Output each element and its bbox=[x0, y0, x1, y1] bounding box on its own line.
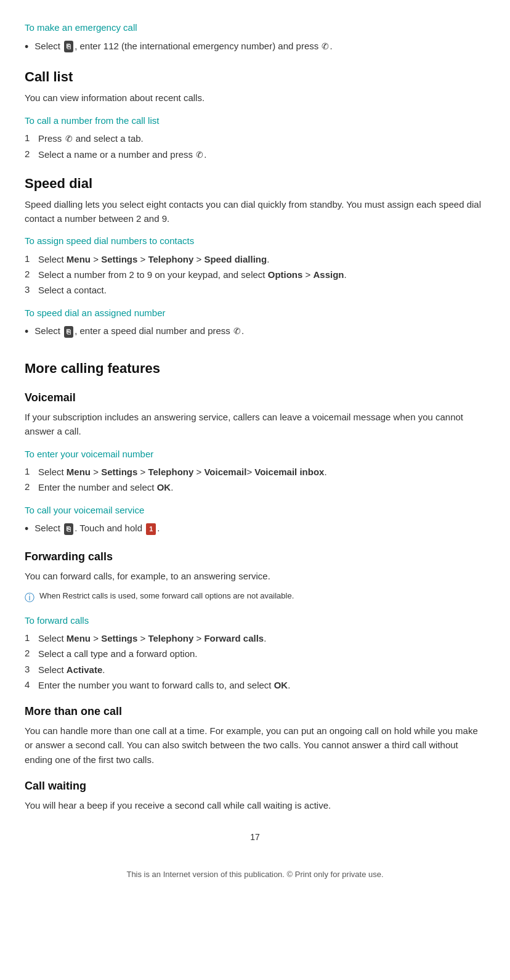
more-one-sub-heading: More than one call bbox=[25, 703, 485, 720]
fwd-ok-bold: OK bbox=[274, 680, 288, 690]
options-bold: Options bbox=[268, 269, 303, 280]
telephony-bold: Telephony bbox=[148, 254, 193, 264]
vm-call-bullet: • Select ⎘. Touch and hold 1. bbox=[25, 521, 485, 537]
emergency-section: To make an emergency call • Select ⎘, en… bbox=[25, 21, 485, 55]
assign-num-1: 1 bbox=[25, 252, 38, 266]
speed-dial-bullet: • Select ⎘, enter a speed dial number an… bbox=[25, 324, 485, 341]
assign-step2-text: Select a number from 2 to 9 on your keyp… bbox=[38, 267, 347, 282]
call-waiting-sub-heading: Call waiting bbox=[25, 778, 485, 794]
assign-step3-text: Select a contact. bbox=[38, 283, 107, 297]
fwd-settings-bold: Settings bbox=[101, 633, 137, 643]
vm-call-text: Select ⎘. Touch and hold 1. bbox=[34, 521, 160, 535]
vm-step1-text: Select Menu > Settings > Telephony > Voi… bbox=[38, 465, 327, 479]
vm-settings-bold: Settings bbox=[101, 467, 137, 477]
call-icon-2: ✆ bbox=[196, 149, 203, 162]
more-one-section: More than one call You can handle more t… bbox=[25, 703, 485, 767]
fwd-step3: 3 Select Activate. bbox=[25, 663, 485, 677]
page-footer: This is an Internet version of this publ… bbox=[25, 868, 485, 881]
vm-number-teal: To enter your voicemail number bbox=[25, 447, 485, 462]
vm-step1: 1 Select Menu > Settings > Telephony > V… bbox=[25, 465, 485, 479]
step2-text: Select a name or a number and press ✆. bbox=[38, 147, 206, 162]
fwd-num-2: 2 bbox=[25, 647, 38, 661]
assign-step3: 3 Select a contact. bbox=[25, 283, 485, 297]
phone-icon-3: ⎘ bbox=[64, 523, 73, 535]
vm-call-teal: To call your voicemail service bbox=[25, 504, 485, 518]
assign-teal: To assign speed dial numbers to contacts bbox=[25, 234, 485, 248]
vm-steps: 1 Select Menu > Settings > Telephony > V… bbox=[25, 465, 485, 495]
speed-dialling-bold: Speed dialling bbox=[204, 254, 267, 264]
activate-bold: Activate bbox=[67, 664, 102, 675]
fwd-step3-text: Select Activate. bbox=[38, 663, 105, 677]
vm-inbox-bold: Voicemail inbox bbox=[254, 467, 324, 477]
assign-step1-text: Select Menu > Settings > Telephony > Spe… bbox=[38, 252, 269, 266]
key-1-icon: 1 bbox=[146, 523, 156, 535]
emergency-bullet: • Select ⎘, enter 112 (the international… bbox=[25, 39, 485, 56]
bullet-dot: • bbox=[25, 40, 28, 54]
page-number: 17 bbox=[25, 831, 485, 844]
phone-icon-2: ⎘ bbox=[64, 326, 73, 338]
speed-dial-heading: Speed dial bbox=[25, 173, 485, 194]
fwd-step1-text: Select Menu > Settings > Telephony > For… bbox=[38, 631, 266, 645]
fwd-step4-text: Enter the number you want to forward cal… bbox=[38, 678, 290, 692]
fwd-menu-bold: Menu bbox=[67, 633, 91, 643]
call-waiting-section: Call waiting You will hear a beep if you… bbox=[25, 778, 485, 812]
assign-step1: 1 Select Menu > Settings > Telephony > S… bbox=[25, 252, 485, 266]
vm-num-2: 2 bbox=[25, 480, 38, 494]
call-list-section: Call list You can view information about… bbox=[25, 67, 485, 162]
call-icon-1: ✆ bbox=[65, 133, 73, 146]
fwd-num-1: 1 bbox=[25, 631, 38, 645]
phone-icon: ⎘ bbox=[64, 41, 73, 52]
call-icon-3: ✆ bbox=[233, 325, 241, 338]
call-waiting-body: You will hear a beep if you receive a se… bbox=[25, 798, 485, 812]
voicemail-body: If your subscription includes an answeri… bbox=[25, 410, 485, 439]
assign-num-3: 3 bbox=[25, 283, 38, 297]
vm-num-1: 1 bbox=[25, 465, 38, 479]
settings-bold: Settings bbox=[101, 254, 137, 264]
call-list-step1: 1 Press ✆ and select a tab. bbox=[25, 131, 485, 146]
fwd-step1: 1 Select Menu > Settings > Telephony > F… bbox=[25, 631, 485, 645]
assign-num-2: 2 bbox=[25, 267, 38, 282]
step-num-1: 1 bbox=[25, 131, 38, 145]
fwd-num-4: 4 bbox=[25, 678, 38, 692]
assign-step2: 2 Select a number from 2 to 9 on your ke… bbox=[25, 267, 485, 282]
vm-telephony-bold: Telephony bbox=[148, 467, 193, 477]
vm-menu-bold: Menu bbox=[67, 467, 91, 477]
fwd-telephony-bold: Telephony bbox=[148, 633, 193, 643]
speed-dial-teal: To speed dial an assigned number bbox=[25, 306, 485, 321]
assign-bold: Assign bbox=[314, 269, 344, 280]
forwarding-section: Forwarding calls You can forward calls, … bbox=[25, 549, 485, 692]
call-list-heading: Call list bbox=[25, 67, 485, 87]
step-num-2: 2 bbox=[25, 147, 38, 161]
bullet-dot-2: • bbox=[25, 325, 28, 339]
emergency-teal-heading: To make an emergency call bbox=[25, 21, 485, 35]
fwd-step4: 4 Enter the number you want to forward c… bbox=[25, 678, 485, 692]
emergency-text: Select ⎘, enter 112 (the international e… bbox=[34, 39, 332, 54]
vm-step2: 2 Enter the number and select OK. bbox=[25, 480, 485, 494]
call-list-step2: 2 Select a name or a number and press ✆. bbox=[25, 147, 485, 162]
call-list-body: You can view information about recent ca… bbox=[25, 91, 485, 105]
forwarding-body: You can forward calls, for example, to a… bbox=[25, 569, 485, 583]
assign-steps: 1 Select Menu > Settings > Telephony > S… bbox=[25, 252, 485, 298]
voicemail-sub-heading: Voicemail bbox=[25, 390, 485, 406]
forward-teal: To forward calls bbox=[25, 614, 485, 628]
fwd-forward-bold: Forward calls bbox=[204, 633, 264, 643]
fwd-step2-text: Select a call type and a forward option. bbox=[38, 647, 198, 661]
voicemail-section: Voicemail If your subscription includes … bbox=[25, 390, 485, 537]
warning-row: ⓘ When Restrict calls is used, some forw… bbox=[25, 590, 485, 605]
speed-dial-text: Select ⎘, enter a speed dial number and … bbox=[34, 324, 244, 338]
warning-icon: ⓘ bbox=[25, 590, 34, 605]
fwd-num-3: 3 bbox=[25, 663, 38, 677]
call-icon: ✆ bbox=[322, 40, 329, 54]
bullet-dot-3: • bbox=[25, 522, 28, 536]
speed-dial-body: Speed dialling lets you select eight con… bbox=[25, 197, 485, 226]
speed-dial-section: Speed dial Speed dialling lets you selec… bbox=[25, 173, 485, 341]
forward-steps: 1 Select Menu > Settings > Telephony > F… bbox=[25, 631, 485, 692]
warning-text: When Restrict calls is used, some forwar… bbox=[39, 590, 294, 602]
vm-step2-text: Enter the number and select OK. bbox=[38, 480, 173, 494]
step1-text: Press ✆ and select a tab. bbox=[38, 131, 144, 146]
vm-ok-bold: OK bbox=[157, 482, 171, 492]
more-one-body: You can handle more than one call at a t… bbox=[25, 724, 485, 767]
more-calling-section: More calling features bbox=[25, 358, 485, 378]
menu-bold: Menu bbox=[67, 254, 91, 264]
fwd-step2: 2 Select a call type and a forward optio… bbox=[25, 647, 485, 661]
